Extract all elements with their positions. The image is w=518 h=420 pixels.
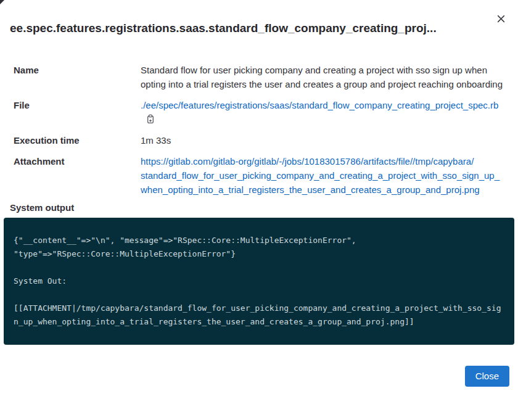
close-icon bbox=[496, 16, 506, 25]
system-output-label: System output bbox=[10, 202, 508, 214]
name-row: Name Standard flow for user picking comp… bbox=[14, 63, 506, 91]
file-row: File ./ee/spec/features/registrations/sa… bbox=[14, 98, 506, 126]
modal-footer: Close bbox=[0, 345, 518, 387]
name-label: Name bbox=[14, 63, 141, 77]
attachment-link[interactable]: https:/​/​gitlab.com/​gitlab-org/​gitlab… bbox=[141, 156, 500, 195]
modal-title: ee.spec.features.registrations.saas.stan… bbox=[10, 20, 490, 36]
file-label: File bbox=[14, 98, 141, 112]
file-path-link[interactable]: ./ee/spec/features/registrations/saas/st… bbox=[141, 100, 498, 110]
close-button[interactable]: Close bbox=[465, 366, 509, 387]
modal-header: ee.spec.features.registrations.saas.stan… bbox=[0, 0, 518, 46]
execution-time-value: 1m 33s bbox=[141, 133, 506, 147]
attachment-label: Attachment bbox=[14, 154, 141, 168]
system-output-content: {"__content__"=>"\n", "message"=>"RSpec:… bbox=[14, 234, 504, 329]
execution-time-row: Execution time 1m 33s bbox=[14, 133, 506, 147]
close-icon-button[interactable] bbox=[494, 12, 508, 26]
system-output-box: {"__content__"=>"\n", "message"=>"RSpec:… bbox=[4, 218, 514, 345]
copy-to-clipboard-icon bbox=[146, 117, 155, 126]
attachment-row: Attachment https:/​/​gitlab.com/​gitlab-… bbox=[14, 154, 506, 197]
copy-file-path-button[interactable] bbox=[146, 114, 155, 124]
test-case-details-modal: ee.spec.features.registrations.saas.stan… bbox=[0, 0, 518, 387]
detail-rows: Name Standard flow for user picking comp… bbox=[0, 63, 518, 197]
name-value: Standard flow for user picking company a… bbox=[141, 63, 506, 91]
execution-time-label: Execution time bbox=[14, 133, 141, 147]
